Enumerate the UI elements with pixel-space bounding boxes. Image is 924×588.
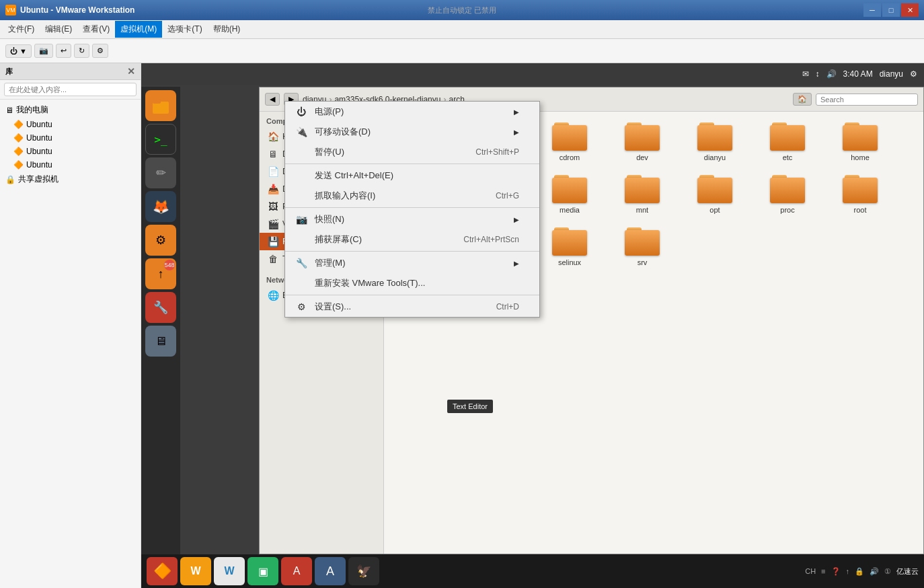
network-icon: 🌐: [268, 290, 278, 301]
vm-icon-4: 🔶: [13, 160, 24, 170]
pause-icon: [295, 147, 308, 157]
status-text: 禁止自动锁定 已禁用: [428, 5, 496, 15]
vm-icon-1: 🔶: [13, 120, 24, 129]
tray-help-icon: ❓: [831, 567, 841, 576]
folder-etc[interactable]: etc: [754, 118, 821, 166]
dropdown-removable[interactable]: 🔌 可移动设备(D) ▶: [285, 122, 539, 142]
sidebar-ubuntu-4[interactable]: 🔶 Ubuntu: [0, 158, 141, 172]
folder-cdrom[interactable]: cdrom: [536, 118, 603, 166]
dock-update[interactable]: 548 ↑: [145, 258, 176, 289]
sidebar-search-input[interactable]: [4, 83, 137, 96]
vm-menu[interactable]: 虚拟机(M): [115, 21, 162, 38]
panel-sound-icon: 🔊: [826, 69, 837, 79]
fm-back-button[interactable]: ◀: [265, 93, 280, 106]
revert-button[interactable]: ↩: [56, 44, 71, 58]
taskbar-app-4[interactable]: ▣: [247, 557, 278, 585]
sidebar-ubuntu-1[interactable]: 🔶 Ubuntu: [0, 118, 141, 131]
folder-proc[interactable]: proc: [754, 171, 821, 218]
dock-tools[interactable]: 🔧: [145, 292, 176, 323]
sidebar-my-computer[interactable]: 🖥 我的电脑: [0, 102, 141, 118]
sidebar-ubuntu-2[interactable]: 🔶 Ubuntu: [0, 131, 141, 145]
ubuntu-dock: >_ ✏ 🦊 ⚙ 548 ↑ 🔧 🖥: [141, 87, 180, 554]
taskbar-app-6[interactable]: A: [315, 557, 346, 585]
sidebar-shared-vms[interactable]: 🔒 共享虚拟机: [0, 172, 141, 187]
dropdown-power[interactable]: ⏻ 电源(P) ▶: [285, 102, 539, 122]
dropdown-settings[interactable]: ⚙ 设置(S)... Ctrl+D: [285, 297, 539, 317]
dropdown-manage[interactable]: 🔧 管理(M) ▶: [285, 253, 539, 273]
maximize-button[interactable]: □: [882, 3, 900, 17]
reinstall-icon: [295, 278, 308, 289]
taskbar-app-7[interactable]: 🦅: [348, 557, 379, 585]
taskbar-app-3[interactable]: W: [214, 557, 245, 585]
taskbar-app-5[interactable]: A: [281, 557, 312, 585]
refresh-button[interactable]: ↻: [74, 44, 89, 58]
title-bar: VM Ubuntu - VMware Workstation 禁止自动锁定 已禁…: [0, 0, 924, 20]
dropdown-send-cad[interactable]: 发送 Ctrl+Alt+Del(E): [285, 166, 539, 186]
usb-icon: 🔌: [295, 126, 308, 137]
tray-volume-icon: 🔊: [870, 567, 879, 576]
ubuntu-top-panel: ✉ ↕ 🔊 3:40 AM dianyu ⚙: [141, 63, 924, 85]
panel-network-icon: ↕: [816, 69, 820, 79]
close-button[interactable]: ✕: [901, 3, 919, 17]
window-controls: ─ □ ✕: [863, 3, 919, 17]
folder-media[interactable]: media: [536, 171, 603, 218]
fm-home-shortcut[interactable]: 🏠: [793, 93, 812, 106]
dropdown-pause[interactable]: 暂停(U) Ctrl+Shift+P: [285, 142, 539, 162]
view-menu[interactable]: 查看(V): [77, 21, 115, 38]
vmware-settings[interactable]: ⚙: [92, 44, 108, 58]
snapshot-icon: 📷: [295, 214, 308, 225]
dock-files[interactable]: [145, 90, 176, 121]
dropdown-sep-2: [285, 207, 539, 208]
power-icon: ⏻: [295, 106, 308, 117]
dock-display[interactable]: 🖥: [145, 326, 176, 357]
folder-mnt[interactable]: mnt: [609, 171, 676, 218]
vm-dropdown-menu: ⏻ 电源(P) ▶ 🔌 可移动设备(D) ▶ 暂停(U) Ctrl+Shift+…: [284, 101, 540, 318]
computer-icon: 🖥: [5, 106, 13, 115]
sidebar-close-button[interactable]: ✕: [127, 66, 135, 77]
manage-arrow-icon: ▶: [514, 260, 519, 267]
settings-icon: ⚙: [295, 301, 308, 312]
sidebar-ubuntu-3[interactable]: 🔶 Ubuntu: [0, 145, 141, 158]
folder-dianyu[interactable]: dianyu: [681, 118, 748, 166]
folder-dev[interactable]: dev: [609, 118, 676, 166]
dropdown-reinstall-tools[interactable]: 重新安装 VMware Tools(T)...: [285, 273, 539, 293]
main-layout: 库 ✕ 🖥 我的电脑 🔶 Ubuntu 🔶 Ubuntu 🔶 Ubuntu: [0, 63, 924, 588]
taskbar-app-2[interactable]: W: [180, 557, 211, 585]
dock-settings[interactable]: ⚙: [145, 225, 176, 256]
dropdown-sep-1: [285, 163, 539, 164]
dock-terminal[interactable]: >_: [145, 124, 176, 155]
panel-time: 3:40 AM: [843, 69, 873, 79]
taskbar-app-1[interactable]: 🔶: [147, 557, 178, 585]
folder-root[interactable]: root: [826, 171, 894, 218]
tray-brand: 亿速云: [896, 566, 919, 577]
minimize-button[interactable]: ─: [863, 3, 881, 17]
dropdown-snapshot[interactable]: 📷 快照(N) ▶: [285, 209, 539, 229]
fm-search-input[interactable]: [816, 94, 918, 106]
tray-network-icon: ↑: [846, 567, 850, 575]
folder-srv[interactable]: srv: [609, 223, 676, 270]
folder-selinux[interactable]: selinux: [536, 223, 603, 270]
toolbar: ⏻ ▼ 📷 ↩ ↻ ⚙: [0, 39, 924, 63]
app-icon: VM: [5, 5, 16, 15]
videos-icon: 🎬: [268, 219, 278, 229]
dock-editor[interactable]: ✏: [145, 157, 176, 188]
edit-menu[interactable]: 编辑(E): [40, 21, 77, 38]
removable-arrow-icon: ▶: [514, 128, 519, 136]
file-menu[interactable]: 文件(F): [3, 21, 40, 38]
tab-menu[interactable]: 选项卡(T): [162, 21, 207, 38]
dropdown-grab-input[interactable]: 抓取输入内容(I) Ctrl+G: [285, 186, 539, 206]
folder-home[interactable]: home: [826, 118, 894, 166]
dropdown-sep-4: [285, 295, 539, 295]
trash-icon: 🗑: [268, 254, 278, 264]
power-button[interactable]: ⏻ ▼: [5, 44, 32, 58]
snapshot-button[interactable]: 📷: [34, 44, 53, 58]
dock-firefox[interactable]: 🦊: [145, 191, 176, 222]
panel-settings-icon: ⚙: [910, 69, 917, 79]
svg-rect-1: [153, 100, 161, 104]
vm-content: ✉ ↕ 🔊 3:40 AM dianyu ⚙ >_ ✏ 🦊: [141, 63, 924, 588]
power-arrow-icon: ▶: [514, 108, 519, 116]
folder-opt[interactable]: opt: [681, 171, 748, 218]
help-menu[interactable]: 帮助(H): [208, 21, 246, 38]
vm-icon-2: 🔶: [13, 133, 24, 143]
dropdown-capture-screen[interactable]: 捕获屏幕(C) Ctrl+Alt+PrtScn: [285, 229, 539, 250]
